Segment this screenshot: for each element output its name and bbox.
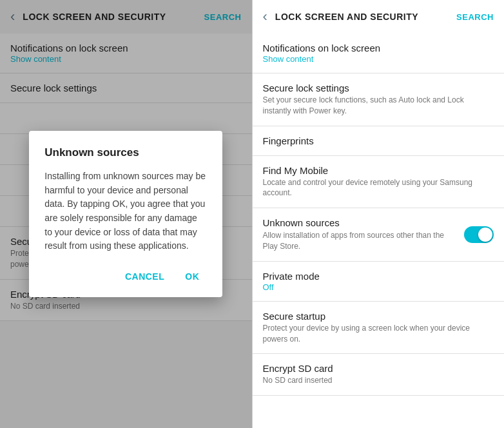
right-item-encrypt-sd[interactable]: Encrypt SD card No SD card inserted [253,354,505,396]
unknown-sources-dialog: Unknown sources Installing from unknown … [29,131,222,297]
right-private-mode-value: Off [263,282,494,292]
right-find-mobile-title: Find My Mobile [263,165,494,176]
right-secure-startup-subtitle: Protect your device by using a screen lo… [263,323,494,345]
dialog-body: Installing from unknown sources may be h… [44,170,207,253]
right-private-mode-title: Private mode [263,271,494,282]
right-item-secure-startup[interactable]: Secure startup Protect your device by us… [253,302,505,355]
right-item-secure-lock[interactable]: Secure lock settings Set your secure loc… [253,73,505,126]
right-header-title: LOCK SCREEN AND SECURITY [275,12,456,22]
right-encrypt-sd-title: Encrypt SD card [263,363,494,374]
right-search-button[interactable]: SEARCH [456,12,494,22]
right-back-icon[interactable]: ‹ [263,10,267,24]
unknown-sources-toggle[interactable] [464,226,494,243]
dialog-ok-button[interactable]: OK [177,266,207,287]
right-secure-startup-title: Secure startup [263,311,494,322]
right-item-find-mobile[interactable]: Find My Mobile Locate and control your d… [253,156,505,209]
right-fingerprints-title: Fingerprints [263,135,494,146]
right-encrypt-sd-subtitle: No SD card inserted [263,375,494,386]
right-header: ‹ LOCK SCREEN AND SECURITY SEARCH [253,0,505,34]
right-notifications-title: Notifications on lock screen [263,43,494,54]
right-find-mobile-subtitle: Locate and control your device remotely … [263,177,494,199]
right-item-unknown-sources[interactable]: Unknown sources Allow installation of ap… [253,208,505,262]
dialog-title: Unknown sources [44,146,207,159]
right-settings-list: Notifications on lock screen Show conten… [253,34,505,428]
left-panel: ‹ LOCK SCREEN AND SECURITY SEARCH Notifi… [0,0,252,428]
right-panel: ‹ LOCK SCREEN AND SECURITY SEARCH Notifi… [253,0,505,428]
right-notifications-link[interactable]: Show content [263,54,494,64]
right-secure-lock-subtitle: Set your secure lock functions, such as … [263,95,494,117]
right-unknown-sources-text-group: Unknown sources Allow installation of ap… [263,217,465,252]
right-item-fingerprints[interactable]: Fingerprints [253,126,505,156]
dialog-actions: CANCEL OK [44,266,207,292]
right-item-notifications[interactable]: Notifications on lock screen Show conten… [253,34,505,73]
dialog-overlay: Unknown sources Installing from unknown … [0,0,252,428]
right-unknown-sources-title: Unknown sources [263,217,340,228]
right-item-private-mode[interactable]: Private mode Off [253,262,505,302]
dialog-cancel-button[interactable]: CANCEL [117,266,172,287]
right-unknown-sources-subtitle: Allow installation of apps from sources … [263,230,457,252]
right-secure-lock-title: Secure lock settings [263,83,494,93]
right-unknown-sources-row: Unknown sources Allow installation of ap… [263,217,494,252]
toggle-knob [478,228,492,242]
